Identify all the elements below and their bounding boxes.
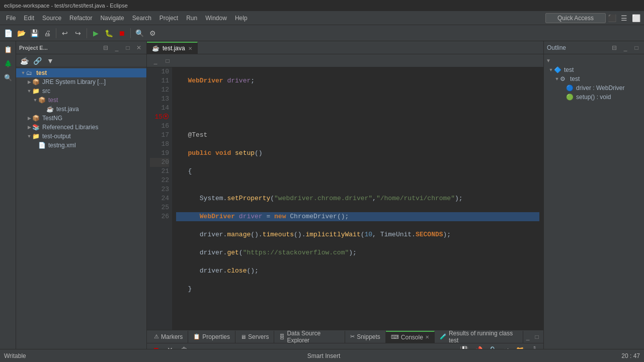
outline-setup-method[interactable]: 🟢 setup() : void	[544, 93, 644, 102]
tree-item-test-java[interactable]: ☕ test.java	[16, 105, 146, 114]
outline-maximize-btn[interactable]: □	[632, 43, 641, 52]
pin-btn[interactable]: 📌	[472, 344, 484, 349]
output-folder-icon: 📁	[32, 133, 40, 140]
maximize-bottom-btn[interactable]: □	[532, 332, 541, 341]
window-title: eclipse-workspace - test/src/test/test.j…	[4, 3, 128, 9]
menu-refactor[interactable]: Refactor	[65, 13, 96, 24]
print-btn[interactable]: 🖨	[41, 27, 53, 39]
type-hierarchy-icon[interactable]: 🌲	[2, 57, 14, 69]
save-btn[interactable]: 💾	[28, 27, 40, 39]
outline-driver-field[interactable]: 🔵 driver : WebDriver	[544, 83, 644, 93]
editor-header: _ □	[147, 54, 543, 67]
remove-console-btn[interactable]: ✕	[164, 344, 176, 349]
minimize-panel-btn[interactable]: _	[112, 43, 121, 52]
tree-item-jre[interactable]: ▶ 📦 JRE System Library [...]	[16, 77, 146, 86]
stop-console-btn[interactable]: ⏹	[150, 344, 162, 349]
tree-arrow: ▼	[26, 88, 32, 94]
tree-item-test-pkg[interactable]: ▼ 📦 test	[16, 96, 146, 105]
save-log-btn[interactable]: 💾	[458, 344, 470, 349]
method-icon: 🟢	[566, 94, 574, 101]
tab-properties[interactable]: 📋 Properties	[188, 331, 235, 343]
collapse-all-btn[interactable]: ⊟	[101, 43, 110, 52]
editor-content[interactable]: 10 11 12 13 14 15⦿ 16 17 18 19 20 21 22 …	[147, 67, 543, 330]
toolbar-sep-1	[56, 28, 56, 38]
maximize-btn[interactable]: ⬜	[630, 12, 642, 24]
tab-results[interactable]: 🧪 Results of running class test	[435, 331, 523, 343]
code-17: {	[176, 167, 539, 176]
menu-source[interactable]: Source	[38, 13, 65, 24]
tab-close-btn[interactable]: ✕	[188, 46, 192, 51]
tree-item-testng-xml[interactable]: 📄 testng.xml	[16, 141, 146, 150]
open-btn[interactable]: 📂	[15, 27, 27, 39]
src-label: src	[42, 87, 50, 95]
new-btn[interactable]: 📄	[2, 27, 14, 39]
close-panel-btn[interactable]: ✕	[134, 43, 143, 52]
class-icon: 🔷	[554, 66, 562, 73]
menu-run[interactable]: Run	[182, 13, 201, 24]
testng-icon: 📦	[32, 115, 40, 122]
tab-servers[interactable]: 🖥 Servers	[235, 331, 274, 343]
code-editor[interactable]: WebDriver driver; @Test public void setu…	[172, 67, 543, 330]
tab-snippets[interactable]: ✂ Snippets	[345, 331, 386, 343]
inner-label: test	[570, 75, 580, 82]
package-explorer-icon[interactable]: 📋	[2, 43, 14, 55]
tab-markers[interactable]: ⚠ Markers	[149, 331, 188, 343]
editor-tab-test-java[interactable]: ☕ test.java ✕	[147, 42, 198, 54]
view-menu-btn[interactable]: ▼	[44, 55, 56, 67]
tree-arrow: ▼	[548, 67, 554, 72]
ln-12: 12	[150, 85, 169, 95]
tree-item-test-output[interactable]: ▼ 📁 test-output	[16, 132, 146, 141]
tree-arrow: ▶	[26, 116, 32, 121]
outline-test-class[interactable]: ▼ 🔷 test	[544, 65, 644, 74]
search-btn[interactable]: 🔍	[133, 27, 145, 39]
outline-collapse-btn[interactable]: ⊟	[610, 43, 619, 52]
minimize-bottom-btn[interactable]: _	[523, 332, 532, 341]
new-console-btn[interactable]: ➕	[528, 344, 540, 349]
menu-file[interactable]: File	[2, 13, 20, 24]
outline-expand-row: ▼	[544, 55, 644, 65]
ref-libs-label: Referenced Libraries	[42, 124, 98, 131]
tree-item-src[interactable]: ▼ 📁 src	[16, 86, 146, 96]
word-wrap-btn[interactable]: ↩	[500, 344, 512, 349]
menu-window[interactable]: Window	[201, 13, 231, 24]
maximize-panel-btn[interactable]: □	[123, 43, 132, 52]
view-btn[interactable]: ☰	[618, 12, 630, 24]
settings-btn[interactable]: ⚙	[146, 27, 158, 39]
stop-btn[interactable]: ⏹	[116, 27, 128, 39]
console-close-btn[interactable]: ✕	[425, 334, 429, 340]
outline-test-inner[interactable]: ▼ ⚙ test	[544, 74, 644, 83]
search-view-icon[interactable]: 🔍	[2, 71, 14, 83]
code-19: System.setProperty("webdriver.chrome.dri…	[176, 194, 539, 203]
redo-btn[interactable]: ↪	[72, 27, 84, 39]
menu-search[interactable]: Search	[128, 13, 155, 24]
clear-console-btn[interactable]: 🗑	[178, 344, 190, 349]
run-btn[interactable]: ▶	[90, 27, 102, 39]
perspective-btn[interactable]: ⬛	[606, 12, 618, 24]
quick-access-button[interactable]: Quick Access	[545, 13, 606, 23]
menu-project[interactable]: Project	[155, 13, 182, 24]
new-java-btn[interactable]: ☕	[18, 55, 30, 67]
debug-btn[interactable]: 🐛	[103, 27, 115, 39]
menu-navigate[interactable]: Navigate	[96, 13, 128, 24]
code-21: driver.manage().timeouts().implicitlyWai…	[176, 230, 539, 239]
ln-22: 22	[150, 176, 169, 185]
tree-item-ref-libs[interactable]: ▶ 📚 Referenced Libraries	[16, 123, 146, 132]
tree-item-test-project[interactable]: ▼ 🗂 test	[16, 68, 146, 77]
maximize-editor-btn[interactable]: □	[163, 56, 172, 65]
open-console-btn[interactable]: 📂	[514, 344, 526, 349]
status-position: 20 : 47	[621, 352, 640, 359]
ln-21: 21	[150, 167, 169, 176]
scroll-lock-btn[interactable]: 🔒	[486, 344, 498, 349]
tab-console[interactable]: ⌨ Console ✕	[386, 331, 435, 343]
minimize-editor-btn[interactable]: _	[151, 56, 160, 65]
outline-minimize-btn[interactable]: _	[621, 43, 630, 52]
undo-btn[interactable]: ↩	[59, 27, 71, 39]
line-numbers: 10 11 12 13 14 15⦿ 16 17 18 19 20 21 22 …	[147, 67, 172, 330]
menu-help[interactable]: Help	[231, 13, 252, 24]
tab-datasource[interactable]: 🗄 Data Source Explorer	[274, 331, 345, 343]
link-editor-btn[interactable]: 🔗	[31, 55, 43, 67]
tree-item-testng[interactable]: ▶ 📦 TestNG	[16, 114, 146, 123]
menu-edit[interactable]: Edit	[20, 13, 38, 24]
main-toolbar: 📄 📂 💾 🖨 ↩ ↪ ▶ 🐛 ⏹ 🔍 ⚙	[0, 25, 644, 41]
code-16: public void setup()	[176, 149, 539, 158]
